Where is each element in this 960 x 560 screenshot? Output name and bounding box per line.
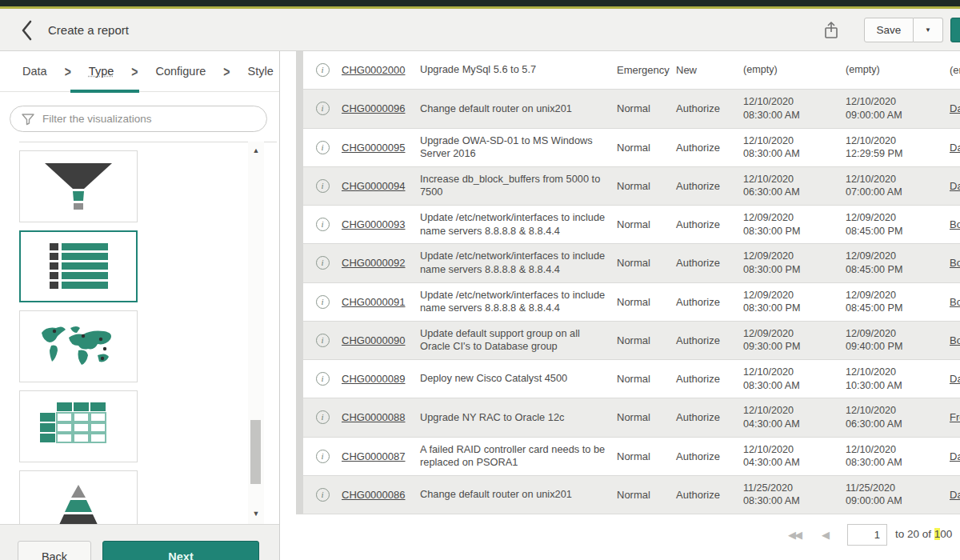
table-vertical-scrollbar[interactable]: [296, 51, 303, 514]
assigned-to-link[interactable]: (em: [950, 64, 960, 76]
table-row: i CHG0000093 Update /etc/network/interfa…: [303, 206, 960, 244]
info-icon[interactable]: i: [316, 450, 330, 463]
viz-thumbnail-funnel[interactable]: [19, 150, 138, 222]
assigned-to-link[interactable]: Dav: [950, 373, 960, 385]
start-date-cell: 12/09/2020 08:30:00 PM: [743, 250, 846, 276]
change-number-link[interactable]: CHG0000090: [342, 334, 420, 346]
start-date-cell: 12/09/2020 08:30:00 PM: [743, 289, 846, 315]
end-date-cell: 12/09/2020 08:45:00 PM: [846, 211, 950, 238]
info-icon[interactable]: i: [316, 372, 330, 386]
filter-visualizations-input[interactable]: [10, 106, 267, 132]
type-cell: Normal: [617, 218, 676, 230]
change-number-link[interactable]: CHG0000093: [342, 218, 420, 230]
save-button[interactable]: Save: [864, 18, 914, 42]
info-icon[interactable]: i: [316, 256, 330, 270]
breadcrumb-step-data[interactable]: Data: [22, 65, 47, 78]
assigned-to-link[interactable]: Dav: [950, 102, 960, 114]
type-cell: Normal: [617, 450, 676, 462]
assigned-to-link[interactable]: Dav: [950, 450, 960, 462]
change-number-link[interactable]: CHG0000092: [342, 257, 420, 269]
table-row: i CHG0002000 Upgrade MySql 5.6 to 5.7 Em…: [303, 51, 960, 90]
gallery-scrollbar[interactable]: ▲ ▼: [248, 142, 264, 524]
viz-thumbnail-table[interactable]: [19, 390, 138, 462]
change-number-link[interactable]: CHG0000089: [342, 373, 420, 385]
change-number-link[interactable]: CHG0002000: [342, 64, 420, 76]
assigned-to-link[interactable]: Dav: [950, 180, 960, 192]
page-number-input[interactable]: [847, 524, 887, 546]
type-cell: Normal: [617, 489, 676, 501]
back-button[interactable]: Back: [18, 541, 91, 560]
pagination-bar: ◀◀ ◀ to 20 of 100: [281, 514, 960, 560]
pagination-range-label: to 20 of 100: [895, 528, 952, 540]
scroll-down-arrow-icon[interactable]: ▼: [248, 506, 264, 521]
edge-partial-button[interactable]: [950, 18, 960, 42]
info-icon[interactable]: i: [316, 334, 330, 347]
info-icon[interactable]: i: [316, 102, 330, 115]
breadcrumb-step-style[interactable]: Style: [248, 65, 274, 78]
change-number-link[interactable]: CHG0000086: [342, 489, 420, 501]
info-icon[interactable]: i: [316, 410, 330, 424]
change-number-link[interactable]: CHG0000087: [342, 450, 420, 462]
change-number-link[interactable]: CHG0000088: [342, 411, 420, 423]
report-preview-area: i CHG0002000 Upgrade MySql 5.6 to 5.7 Em…: [281, 51, 960, 560]
scroll-up-arrow-icon[interactable]: ▲: [248, 143, 264, 158]
assigned-to-link[interactable]: Bow: [950, 257, 960, 269]
short-description-cell: Upgrade NY RAC to Oracle 12c: [420, 411, 617, 425]
assigned-to-link[interactable]: Dav: [950, 142, 960, 154]
end-date-cell: 12/09/2020 08:45:00 PM: [846, 250, 950, 276]
world-map-icon: [30, 318, 126, 374]
assigned-to-link[interactable]: Dav: [950, 489, 960, 501]
info-icon[interactable]: i: [316, 218, 330, 231]
previous-page-icon[interactable]: ◀: [822, 529, 830, 541]
table-row: i CHG0000091 Update /etc/network/interfa…: [303, 283, 960, 322]
state-cell: Authorize: [676, 102, 743, 114]
first-page-icon[interactable]: ◀◀: [788, 529, 801, 541]
type-cell: Normal: [617, 296, 676, 308]
save-dropdown-button[interactable]: ▼: [914, 18, 943, 42]
active-step-indicator: [70, 90, 139, 93]
row-info-cell: i: [303, 102, 342, 115]
row-info-cell: i: [303, 488, 342, 502]
breadcrumb-step-type[interactable]: Type: [89, 65, 114, 78]
assigned-to-link[interactable]: Bow: [950, 334, 960, 346]
change-table-body: i CHG0002000 Upgrade MySql 5.6 to 5.7 Em…: [303, 51, 960, 514]
breadcrumb-step-configure[interactable]: Configure: [155, 65, 206, 78]
share-button[interactable]: [821, 19, 842, 42]
viz-thumbnail-world-map[interactable]: [19, 310, 138, 382]
change-number-link[interactable]: CHG0000094: [342, 180, 420, 192]
info-icon[interactable]: i: [316, 295, 330, 309]
state-cell: Authorize: [676, 296, 743, 308]
change-number-link[interactable]: CHG0000091: [342, 296, 420, 308]
change-number-link[interactable]: CHG0000096: [342, 102, 420, 114]
breadcrumb-chevron-icon: >: [131, 62, 138, 80]
assigned-to-link[interactable]: Fre: [950, 411, 960, 423]
breadcrumb: Data > Type > Configure > Style: [0, 51, 279, 92]
info-icon[interactable]: i: [316, 179, 330, 193]
type-cell: Normal: [617, 373, 676, 385]
visualization-list: [19, 150, 138, 550]
gallery-scrollbar-thumb[interactable]: [250, 420, 261, 484]
table-row: i CHG0000086 Change default router on un…: [303, 476, 960, 514]
viz-thumbnail-list[interactable]: [19, 230, 138, 302]
info-icon[interactable]: i: [316, 63, 330, 77]
end-date-cell: (empty): [846, 63, 950, 77]
assigned-to-link[interactable]: Bow: [950, 296, 960, 308]
start-date-cell: 11/25/2020 08:30:00 AM: [743, 482, 846, 508]
assigned-to-link[interactable]: Bow: [950, 218, 960, 230]
header-bar: Create a report Save ▼: [0, 9, 960, 51]
table-chart-icon: [30, 398, 126, 454]
wizard-footer: Back Next: [0, 524, 279, 560]
change-number-link[interactable]: CHG0000095: [342, 142, 420, 154]
state-cell: Authorize: [676, 450, 743, 462]
end-date-cell: 12/10/2020 08:30:00 AM: [846, 443, 950, 470]
end-date-cell: 11/25/2020 09:00:00 AM: [846, 482, 950, 508]
save-split-button: Save ▼: [864, 18, 943, 42]
short-description-cell: Update /etc/network/interfaces to includ…: [420, 250, 617, 276]
state-cell: Authorize: [676, 373, 743, 385]
table-row: i CHG0000088 Upgrade NY RAC to Oracle 12…: [303, 398, 960, 437]
info-icon[interactable]: i: [316, 488, 330, 502]
start-date-cell: (empty): [743, 63, 846, 77]
info-icon[interactable]: i: [316, 141, 330, 154]
back-chevron-button[interactable]: [16, 19, 37, 42]
next-button[interactable]: Next: [102, 541, 259, 560]
